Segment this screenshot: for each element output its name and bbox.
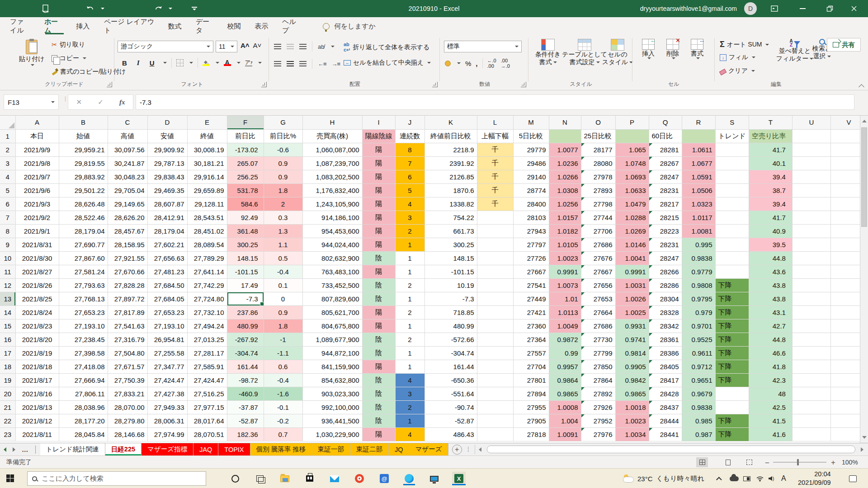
cell-F17[interactable]: -304.74 (227, 346, 264, 360)
cell-C4[interactable]: 30,048.23 (108, 170, 147, 183)
cell-M13[interactable]: 27449 (513, 292, 549, 305)
delete-cells-button[interactable]: ✕ 削除 (662, 39, 684, 59)
cell-Q16[interactable]: 28361 (649, 333, 682, 346)
cell-D8[interactable]: 28,179.04 (147, 224, 187, 238)
cell-M8[interactable]: 27943 (513, 224, 549, 238)
cell-M4[interactable]: 29140 (513, 170, 549, 183)
cell-J6[interactable]: 4 (395, 197, 425, 211)
cell-E5[interactable]: 29,659.89 (187, 183, 227, 197)
cell-I21[interactable]: 陰 (362, 400, 395, 414)
cell-A3[interactable]: 2021/9/8 (15, 156, 59, 170)
clipboard-dialog-launcher[interactable] (107, 82, 112, 87)
bold-button[interactable]: B (119, 58, 130, 68)
cell-F18[interactable]: 161.44 (227, 360, 264, 373)
align-center-icon[interactable] (287, 61, 294, 67)
cell-U15[interactable] (792, 319, 830, 333)
prev-sheet-arrow[interactable] (4, 447, 6, 452)
column-header-K[interactable]: K (425, 116, 477, 129)
cell-I7[interactable]: 陽 (362, 211, 395, 224)
align-middle-icon[interactable] (287, 44, 294, 50)
conditional-formatting-button[interactable]: 条件付き書式 (532, 39, 564, 66)
format-painter-button[interactable]: 書式のコピー/貼り付け (52, 68, 126, 76)
comma-style-button[interactable]: , (476, 60, 477, 67)
cell-F23[interactable]: 182.36 (227, 427, 264, 441)
cell-P21[interactable]: 1.0018 (615, 400, 649, 414)
cell-N5[interactable]: 1.0308 (549, 183, 581, 197)
cell-E19[interactable]: 27,424.47 (187, 373, 227, 387)
cell-S22[interactable]: 下降 (715, 414, 749, 427)
cell-Q7[interactable]: 28215 (649, 211, 682, 224)
cell-R10[interactable]: 0.9838 (682, 251, 715, 265)
cell-L12[interactable] (477, 278, 513, 292)
cell-J11[interactable]: 1 (395, 265, 425, 278)
cell-E16[interactable]: 27,013.25 (187, 333, 227, 346)
cell-U18[interactable] (792, 360, 830, 373)
cell-S14[interactable]: 下降 (715, 305, 749, 319)
cell-S13[interactable]: 下降 (715, 292, 749, 305)
cell-Q15[interactable]: 28342 (649, 319, 682, 333)
cell-H20[interactable]: 903,023,300 (302, 387, 362, 400)
header-cell-S1[interactable]: トレンド (715, 129, 749, 143)
cell-S19[interactable]: 下降 (715, 373, 749, 387)
row-header-17[interactable]: 17 (0, 346, 15, 360)
cell-M2[interactable]: 29779 (513, 143, 549, 156)
cell-B17[interactable]: 27,398.58 (59, 346, 108, 360)
cell-K6[interactable]: 1338.82 (425, 197, 477, 211)
cell-N17[interactable]: 0.99 (549, 346, 581, 360)
cell-K18[interactable]: 161.44 (425, 360, 477, 373)
cell-Q21[interactable]: 28437 (649, 400, 682, 414)
cell-L15[interactable] (477, 319, 513, 333)
onedrive-icon[interactable] (730, 469, 739, 488)
cell-C20[interactable]: 27,833.21 (108, 387, 147, 400)
cell-M20[interactable]: 27894 (513, 387, 549, 400)
cell-T10[interactable]: 44.8 (749, 251, 792, 265)
header-cell-D1[interactable]: 安値 (147, 129, 187, 143)
cell-D7[interactable]: 28,412.91 (147, 211, 187, 224)
cell-O17[interactable]: 27799 (581, 346, 615, 360)
cell-Q18[interactable]: 28405 (649, 360, 682, 373)
autosum-button[interactable]: Σオート SUM (720, 40, 769, 49)
cell-P22[interactable]: 1.0023 (615, 414, 649, 427)
cell-N8[interactable]: 1.0182 (549, 224, 581, 238)
cell-T18[interactable]: 41.8 (749, 360, 792, 373)
cell-T3[interactable]: 40.1 (749, 156, 792, 170)
cell-U22[interactable] (792, 414, 830, 427)
cell-Q14[interactable]: 28328 (649, 305, 682, 319)
cell-R7[interactable]: 1.0117 (682, 211, 715, 224)
clock[interactable]: 20:042021/09/09 (798, 469, 831, 488)
cell-I22[interactable]: 陰 (362, 414, 395, 427)
cell-A19[interactable]: 2021/8/17 (15, 373, 59, 387)
scroll-right-arrow[interactable] (857, 445, 867, 454)
cell-G14[interactable]: 0.9 (264, 305, 302, 319)
ribbon-tab-ページ レイアウト[interactable]: ページ レイアウト (103, 17, 156, 35)
cell-C21[interactable]: 28,070.00 (108, 400, 147, 414)
taskbar-search-box[interactable]: ここに入力して検索 (27, 471, 206, 486)
cell-J14[interactable]: 2 (395, 305, 425, 319)
cell-U5[interactable] (792, 183, 830, 197)
font-name-combo[interactable]: 游ゴシック (118, 41, 213, 52)
cell-A10[interactable]: 2021/8/30 (15, 251, 59, 265)
zoom-in-button[interactable]: + (831, 458, 835, 467)
cell-G9[interactable]: 1.1 (264, 238, 302, 251)
cell-A13[interactable]: 2021/8/25 (15, 292, 59, 305)
cell-A16[interactable]: 2021/8/20 (15, 333, 59, 346)
cell-S12[interactable]: 下降 (715, 278, 749, 292)
cell-R9[interactable]: 0.995 (682, 238, 715, 251)
cell-T12[interactable]: 43.8 (749, 278, 792, 292)
cell-U2[interactable] (792, 143, 830, 156)
cell-B8[interactable]: 28,179.04 (59, 224, 108, 238)
cell-R11[interactable]: 0.9779 (682, 265, 715, 278)
cell-B6[interactable]: 28,626.48 (59, 197, 108, 211)
cell-I23[interactable]: 陽 (362, 427, 395, 441)
row-header-2[interactable]: 2 (0, 143, 15, 156)
at-app-icon[interactable]: @ (377, 472, 391, 485)
cell-L4[interactable]: 千 (477, 170, 513, 183)
row-header-7[interactable]: 7 (0, 211, 15, 224)
cell-D16[interactable]: 26,954.81 (147, 333, 187, 346)
align-top-icon[interactable] (274, 44, 281, 50)
cell-A2[interactable]: 2021/9/9 (15, 143, 59, 156)
cell-K16[interactable]: -572.66 (425, 333, 477, 346)
cell-M6[interactable]: 28400 (513, 197, 549, 211)
ribbon-tab-ヘルプ[interactable]: ヘルプ (281, 17, 303, 35)
cell-O5[interactable]: 27893 (581, 183, 615, 197)
